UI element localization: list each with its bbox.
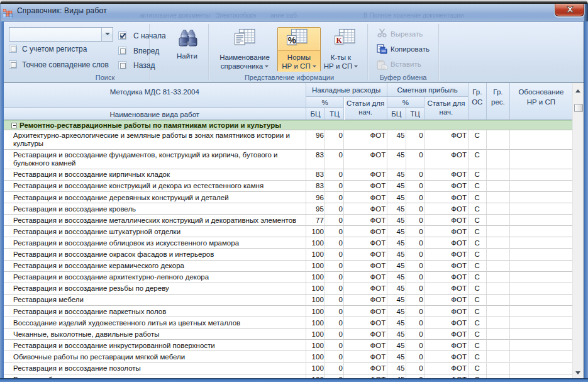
svg-text:%: % [288,35,296,45]
svg-text:К: К [336,36,342,45]
